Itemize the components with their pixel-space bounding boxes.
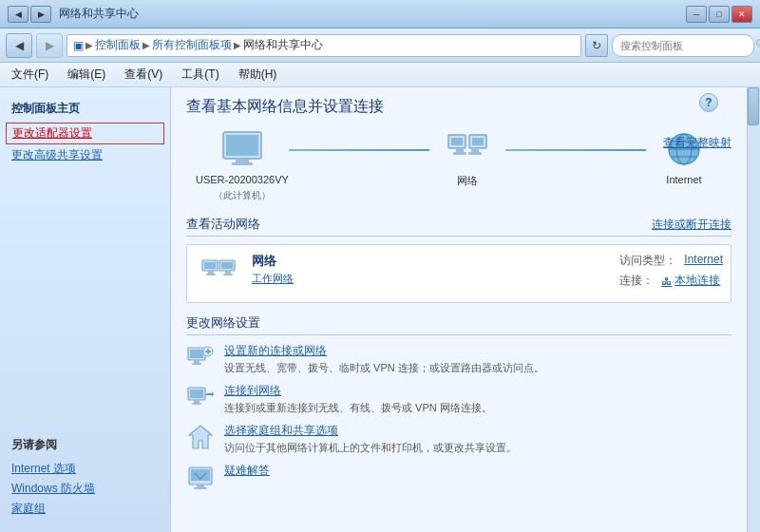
breadcrumb: ▣ ▶ 控制面板 ▶ 所有控制面板项 ▶ 网络和共享中心 [73,37,323,53]
connector-1 [289,149,429,151]
computer-icon [218,128,266,170]
svg-rect-24 [223,274,233,276]
settings-text-2: 选择家庭组和共享选项 访问位于其他网络计算机上的文件和打印机，或更改共享设置。 [224,423,517,455]
menu-edit[interactable]: 编辑(E) [64,65,109,85]
settings-link-1[interactable]: 连接到网络 [224,383,492,399]
active-network-title: 查看活动网络 [186,216,260,233]
internet-label: Internet [666,174,701,185]
change-settings-title: 更改网络设置 [186,314,260,332]
svg-rect-22 [221,262,233,269]
svg-rect-20 [206,274,216,276]
scrollbar-track[interactable] [747,87,760,532]
breadcrumb-sep1: ▶ [86,40,93,50]
settings-desc-1: 连接到或重新连接到无线、有线、拨号或 VPN 网络连接。 [224,401,492,415]
refresh-button[interactable]: ↻ [585,34,608,57]
new-connection-icon [186,343,215,371]
svg-rect-11 [468,152,482,155]
settings-item-1: 连接到网络 连接到或重新连接到无线、有线、拨号或 VPN 网络连接。 [186,383,732,415]
svg-rect-34 [194,400,200,403]
access-type-row: 访问类型： Internet [619,253,723,269]
sidebar-windows-firewall[interactable]: Windows 防火墙 [11,479,159,499]
titlebar: ◀ ▶ 网络和共享中心 ─ □ ✕ [0,0,760,28]
breadcrumb-current: 网络和共享中心 [243,37,323,53]
content-title: 查看基本网络信息并设置连接 [186,97,732,117]
window-controls: ◀ ▶ [8,6,51,23]
nav-back-button[interactable]: ◀ [6,33,32,58]
scrollbar-thumb[interactable] [748,87,759,125]
disconnect-link[interactable]: 连接或断开连接 [652,217,732,233]
maximize-button[interactable]: □ [709,6,730,23]
svg-rect-40 [194,487,207,489]
sidebar-section-title: 控制面板主页 [0,97,170,123]
sidebar-also: 另请参阅 Internet 选项 Windows 防火墙 家庭组 [0,428,170,522]
help-button[interactable]: ? [699,93,718,112]
svg-rect-26 [190,350,203,358]
connection-value[interactable]: 🖧 本地连接 [661,273,720,289]
connector-2 [505,149,646,151]
settings-link-0[interactable]: 设置新的连接或网络 [224,343,544,359]
settings-text-3: 疑难解答 [224,463,270,479]
svg-rect-18 [204,262,216,269]
svg-rect-8 [456,148,464,152]
search-icon: 🔍 [755,39,760,51]
svg-rect-10 [453,152,466,155]
settings-desc-0: 设置无线、宽带、拨号、临时或 VPN 连接；或设置路由器或访问点。 [224,361,544,375]
sidebar-item-advanced-sharing[interactable]: 更改高级共享设置 [0,144,170,166]
connect-network-icon [186,383,215,411]
forward-button[interactable]: ▶ [30,6,51,23]
change-settings-header: 更改网络设置 [186,314,732,335]
settings-link-3[interactable]: 疑难解答 [224,463,270,479]
close-button[interactable]: ✕ [732,6,752,23]
nav-forward-button[interactable]: ▶ [36,33,63,58]
menu-help[interactable]: 帮助(H) [235,65,281,85]
breadcrumb-control-panel[interactable]: 控制面板 [95,37,141,53]
content-area: ? 查看基本网络信息并设置连接 USER-20200326VY （此计算机） [171,87,747,532]
back-button[interactable]: ◀ [8,6,28,23]
svg-rect-27 [194,360,200,363]
menu-file[interactable]: 文件(F) [8,65,52,85]
connection-icon: 🖧 [661,276,672,287]
breadcrumb-sep2: ▶ [142,40,150,50]
network-diagram: USER-20200326VY （此计算机） [186,128,732,202]
sidebar-item-adapter-settings[interactable]: 更改适配器设置 [6,123,164,144]
svg-rect-39 [197,484,204,487]
svg-rect-5 [451,138,463,145]
main-layout: 控制面板主页 更改适配器设置 更改高级共享设置 另请参阅 Internet 选项… [0,87,760,532]
search-box[interactable]: 🔍 [612,34,754,57]
sidebar-internet-options[interactable]: Internet 选项 [11,459,159,479]
breadcrumb-all-items[interactable]: 所有控制面板项 [152,37,232,53]
menu-view[interactable]: 查看(V) [121,65,166,85]
window-action-buttons: ─ □ ✕ [686,6,752,23]
access-type-label: 访问类型： [619,253,676,269]
address-field[interactable]: ▣ ▶ 控制面板 ▶ 所有控制面板项 ▶ 网络和共享中心 [66,34,581,57]
svg-rect-2 [236,159,249,162]
active-network-header: 查看活动网络 连接或断开连接 [186,216,732,237]
net-node-computer: USER-20200326VY （此计算机） [196,128,289,202]
sidebar-homegroup[interactable]: 家庭组 [11,499,159,519]
minimize-button[interactable]: ─ [686,6,707,23]
settings-list: 设置新的连接或网络 设置无线、宽带、拨号、临时或 VPN 连接；或设置路由器或访… [186,343,732,491]
settings-item-0: 设置新的连接或网络 设置无线、宽带、拨号、临时或 VPN 连接；或设置路由器或访… [186,343,732,375]
svg-rect-7 [472,138,484,145]
homegroup-icon [186,423,215,451]
settings-link-2[interactable]: 选择家庭组和共享选项 [224,423,517,439]
settings-item-2: 选择家庭组和共享选项 访问位于其他网络计算机上的文件和打印机，或更改共享设置。 [186,423,732,455]
menu-tools[interactable]: 工具(T) [178,65,222,85]
addressbar: ◀ ▶ ▣ ▶ 控制面板 ▶ 所有控制面板项 ▶ 网络和共享中心 ↻ 🔍 [0,28,760,63]
svg-rect-9 [471,148,479,152]
svg-rect-23 [225,271,231,274]
search-input[interactable] [620,40,751,51]
settings-text-0: 设置新的连接或网络 设置无线、宽带、拨号、临时或 VPN 连接；或设置路由器或访… [224,343,544,375]
view-full-map-link[interactable]: 查看完整映射 [663,135,732,151]
menubar: 文件(F) 编辑(E) 查看(V) 工具(T) 帮助(H) [0,63,760,87]
breadcrumb-sep3: ▶ [234,40,241,50]
svg-rect-19 [208,271,214,274]
svg-marker-36 [189,426,212,448]
computer-sublabel: （此计算机） [214,189,271,202]
breadcrumb-icon: ▣ [73,39,84,52]
net-node-network: 网络 [429,128,505,188]
settings-text-1: 连接到网络 连接到或重新连接到无线、有线、拨号或 VPN 网络连接。 [224,383,492,415]
active-network-icon [195,253,242,294]
network-type[interactable]: 工作网络 [252,272,294,286]
computer-label: USER-20200326VY [196,174,289,185]
